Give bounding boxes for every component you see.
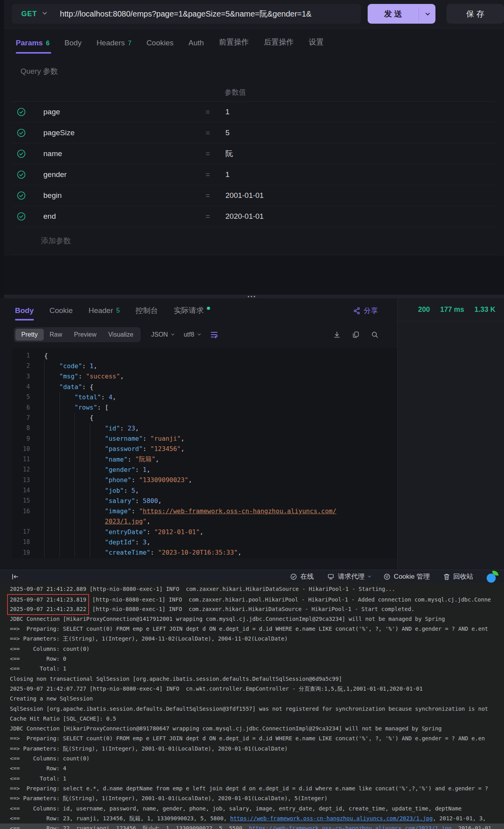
param-name[interactable]: end [43, 212, 206, 221]
param-row[interactable]: name=阮 [12, 143, 496, 164]
request-proxy-menu[interactable]: 请求代理 [327, 572, 370, 581]
recycle-bin[interactable]: 回收站 [443, 572, 473, 581]
param-row[interactable]: end=2020-01-01 [12, 206, 496, 227]
response-tab[interactable]: Header5 [89, 298, 120, 323]
request-tab[interactable]: Body [65, 39, 82, 54]
param-check-toggle[interactable] [17, 128, 32, 138]
log-link[interactable]: https://web-framework.oss-cn-hangzhou.al… [230, 815, 433, 822]
indent-guide [74, 423, 90, 433]
indent-guide [60, 454, 75, 464]
param-value[interactable]: 1 [225, 170, 496, 179]
request-tab[interactable]: 设置 [309, 37, 324, 54]
view-mode-button[interactable]: Preview [68, 329, 102, 341]
ide-console-log[interactable]: 2025-09-07 21:41:22.889 [http-nio-8080-e… [0, 583, 504, 829]
param-check-toggle[interactable] [17, 107, 32, 117]
method-select[interactable]: GET [21, 10, 37, 18]
panel-splitter[interactable]: ••• [0, 295, 504, 298]
param-row[interactable]: page=1 [12, 102, 496, 123]
param-row[interactable]: pageSize=5 [12, 123, 496, 143]
encoding-select[interactable]: utf8 [184, 331, 200, 338]
url-text[interactable]: http://localhost:8080/emps?page=1&pageSi… [60, 9, 311, 19]
param-value[interactable]: 阮 [225, 149, 496, 159]
code-text: "id": 23, [44, 423, 139, 433]
online-status[interactable]: 在线 [290, 572, 314, 581]
format-select[interactable]: JSON [151, 331, 173, 338]
log-line: ==> Parameters: 阮(String), 1(Integer), 2… [10, 794, 504, 803]
log-link[interactable]: https://web-framework.oss-cn-hangzhou.al… [249, 825, 452, 829]
code-token: : [143, 435, 150, 442]
request-tab[interactable]: Params6 [16, 39, 50, 54]
view-mode-button[interactable]: Pretty [15, 329, 44, 341]
request-tab[interactable]: 后置操作 [264, 37, 294, 54]
param-row[interactable]: begin=2001-01-01 [12, 185, 496, 206]
add-param-button[interactable]: 添加参数 [12, 227, 496, 255]
param-name[interactable]: gender [43, 170, 206, 179]
search-button[interactable] [371, 331, 379, 339]
method-chevron-down-icon[interactable] [43, 10, 47, 15]
request-tab[interactable]: Headers7 [97, 39, 132, 54]
param-name[interactable]: begin [43, 191, 206, 200]
indent-guide [90, 454, 105, 464]
share-button[interactable]: 分享 [353, 298, 378, 323]
param-row[interactable]: gender=1 [12, 164, 496, 185]
view-mode-button[interactable]: Raw [44, 329, 68, 341]
collapse-sidebar-button[interactable] [11, 573, 19, 580]
json-link[interactable]: https://web-framework.oss-cn-hangzhou.al… [143, 507, 336, 515]
response-status-row: 200 177 ms 1.33 K [398, 298, 504, 321]
collapse-left-icon [11, 573, 19, 580]
highlighted-timestamp: 2025-09-07 21:41:23.822 [7, 604, 89, 615]
indent-guide [60, 475, 75, 485]
param-check-toggle[interactable] [17, 170, 32, 179]
code-token: : [120, 425, 128, 432]
log-line: JDBC Connection [HikariProxyConnection@1… [10, 614, 504, 624]
indent-guide [44, 361, 60, 371]
response-tab[interactable]: Cookie [50, 298, 73, 323]
copy-button[interactable] [352, 331, 360, 339]
param-check-toggle[interactable] [17, 212, 32, 221]
word-wrap-icon [210, 331, 219, 339]
param-name[interactable]: pageSize [43, 129, 206, 137]
send-chevron-down-icon[interactable] [419, 12, 435, 15]
url-input[interactable]: GET http://localhost:8080/emps?page=1&pa… [12, 4, 361, 24]
indent-guide [90, 516, 105, 527]
param-name[interactable]: name [43, 149, 206, 158]
status-code: 200 [418, 306, 430, 314]
param-value[interactable]: 5 [225, 129, 496, 137]
word-wrap-toggle[interactable] [210, 331, 219, 339]
request-tab[interactable]: Cookies [147, 39, 174, 54]
log-text: <== Row: 4 [10, 765, 66, 771]
param-check-toggle[interactable] [17, 149, 32, 158]
support-chat-icon[interactable] [487, 571, 498, 583]
param-check-toggle[interactable] [17, 191, 32, 200]
indent-guide [74, 506, 90, 516]
download-button[interactable] [333, 331, 341, 339]
code-text: "data": { [44, 382, 93, 392]
indent-guide [44, 444, 60, 454]
param-value[interactable]: 2020-01-01 [225, 212, 496, 221]
code-line: 15"salary": 5800, [12, 496, 397, 506]
cookie-manager[interactable]: Cookie 管理 [383, 572, 430, 581]
response-tab[interactable]: Body [15, 298, 34, 323]
save-button[interactable]: 保 存 [446, 4, 504, 24]
param-name[interactable]: page [43, 108, 206, 116]
send-button[interactable]: 发 送 [368, 4, 435, 24]
code-token: : [135, 466, 143, 473]
param-value[interactable]: 2001-01-01 [225, 191, 496, 200]
json-response-viewer[interactable]: 1{2"code": 1,3"msg": "success",4"data": … [12, 348, 397, 558]
response-tab[interactable]: 实际请求 [174, 298, 210, 323]
code-token: 1 [90, 362, 94, 370]
response-tab[interactable]: 控制台 [136, 298, 158, 323]
log-text: 2025-09-07 21:41:22.889 [http-nio-8080-e… [10, 586, 395, 592]
code-text: "createTime": "2023-10-20T16:35:33", [44, 548, 242, 558]
view-mode-button[interactable]: Visualize [102, 329, 139, 341]
request-tab[interactable]: 前置操作 [219, 37, 249, 54]
code-token: "msg" [60, 373, 78, 380]
encoding-chevron-down-icon [197, 332, 201, 335]
request-tab[interactable]: Auth [188, 39, 204, 54]
log-text: <== Columns: count(0) [10, 646, 89, 652]
indent-guide [44, 423, 60, 433]
code-token: , [147, 538, 151, 546]
code-text: "gender": 1, [44, 464, 151, 475]
json-link[interactable]: 2023/1.jpg [105, 518, 143, 525]
param-value[interactable]: 1 [225, 108, 496, 116]
